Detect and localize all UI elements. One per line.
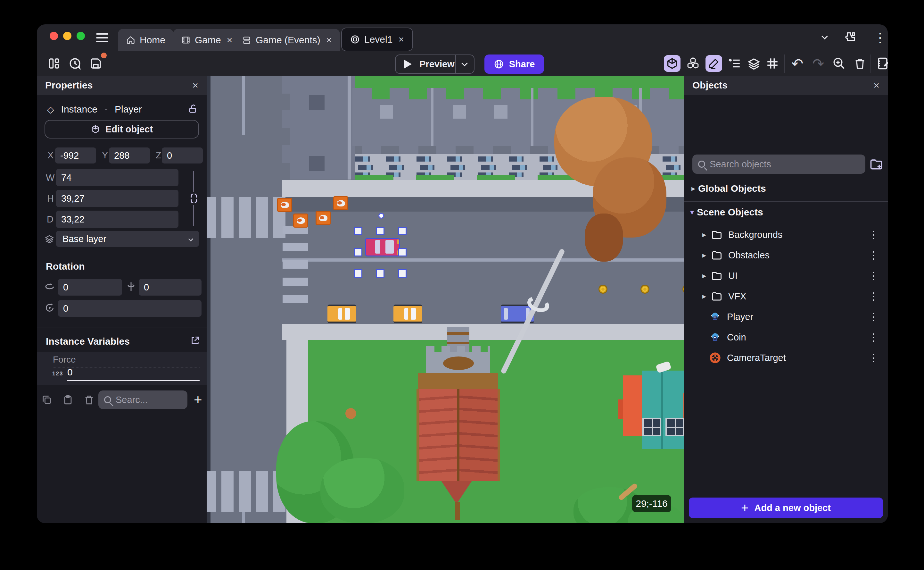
lock-ratio-link-icon[interactable] <box>189 194 198 203</box>
redo-icon[interactable]: ↷ <box>810 55 826 72</box>
tree-folder-obstacles[interactable]: ▸ Obstacles ⋮ <box>684 245 888 265</box>
coin-instance[interactable] <box>640 285 649 294</box>
row-kebab-icon[interactable]: ⋮ <box>869 270 879 282</box>
menu-icon[interactable] <box>96 33 108 42</box>
obstacle-crate[interactable] <box>277 198 292 212</box>
tree[interactable] <box>321 458 404 523</box>
selection-handle[interactable] <box>398 227 406 235</box>
tree-item-cameratarget[interactable]: CameraTarget ⋮ <box>684 348 888 368</box>
objects-cubes-icon[interactable] <box>685 55 701 72</box>
close-objects-icon[interactable]: × <box>874 80 880 91</box>
edit-pencil-toggle-icon[interactable] <box>706 55 722 72</box>
variables-search[interactable] <box>98 391 188 409</box>
tree-folder-ui[interactable]: ▸ UI ⋮ <box>684 265 888 286</box>
unlock-icon[interactable] <box>188 103 198 114</box>
obstacle-crate[interactable] <box>293 213 308 228</box>
obstacle-crate[interactable] <box>333 196 348 210</box>
row-kebab-icon[interactable]: ⋮ <box>869 311 879 323</box>
selection-handle[interactable] <box>354 248 362 256</box>
layout-panels-icon[interactable] <box>46 55 63 72</box>
add-new-object-button[interactable]: + Add a new object <box>689 498 883 518</box>
close-tab-icon[interactable]: × <box>398 34 404 45</box>
house-teal-roof[interactable] <box>642 371 684 449</box>
y-input[interactable] <box>109 147 150 164</box>
car-yellow-instance[interactable] <box>327 305 356 323</box>
zoom-window-button[interactable] <box>76 32 85 40</box>
selection-handle[interactable] <box>354 269 362 277</box>
rotation-x-input[interactable] <box>58 279 122 296</box>
rotation-z-input[interactable] <box>58 300 202 317</box>
close-window-button[interactable] <box>50 32 58 40</box>
extensions-puzzle-icon[interactable] <box>844 31 857 44</box>
obstacle-crate[interactable] <box>316 211 331 225</box>
folder-icon <box>711 229 722 241</box>
edit-object-button[interactable]: Edit object <box>44 120 199 138</box>
variable-name: Force <box>53 355 200 368</box>
group-scene-objects[interactable]: ▾ Scene Objects <box>684 205 888 219</box>
tab-game[interactable]: Game × <box>173 29 241 51</box>
tower-red-roof[interactable] <box>417 389 500 481</box>
selection-handle[interactable] <box>398 248 406 256</box>
3d-view-toggle-icon[interactable] <box>664 55 681 72</box>
selected-player-car-instance[interactable] <box>365 238 400 256</box>
grid-icon[interactable] <box>764 55 781 72</box>
tree-folder-vfx[interactable]: ▸ VFX ⋮ <box>684 286 888 306</box>
tab-game-events[interactable]: Game (Events) × <box>234 29 340 51</box>
rotation-y-input[interactable] <box>139 279 202 296</box>
layer-select[interactable]: Base layer <box>56 231 199 247</box>
objects-search[interactable] <box>692 155 865 174</box>
row-kebab-icon[interactable]: ⋮ <box>869 290 879 302</box>
close-properties-icon[interactable]: × <box>192 80 198 91</box>
variables-search-input[interactable] <box>116 395 182 405</box>
delete-variable-trash-icon[interactable] <box>84 394 95 405</box>
crosswalk-stripe <box>256 197 268 238</box>
history-icon[interactable] <box>67 55 83 72</box>
car-yellow-instance[interactable] <box>393 305 422 323</box>
variable-row[interactable]: Force 123 0 <box>37 352 207 385</box>
d-input[interactable] <box>56 211 179 228</box>
selection-handle[interactable] <box>376 227 385 235</box>
tab-level1[interactable]: Level1 × <box>341 28 413 51</box>
tree-item-player[interactable]: Player ⋮ <box>684 306 888 327</box>
rotation-handle[interactable] <box>379 213 384 219</box>
tree-item-coin[interactable]: Coin ⋮ <box>684 327 888 348</box>
variable-value[interactable]: 0 <box>67 367 200 381</box>
selection-handle[interactable] <box>376 269 385 277</box>
new-folder-icon[interactable] <box>869 157 883 171</box>
open-variables-external-icon[interactable] <box>190 336 200 346</box>
minimize-window-button[interactable] <box>63 32 72 40</box>
layers-icon[interactable] <box>745 55 762 72</box>
window-chevron-down-icon[interactable] <box>822 33 828 40</box>
more-menu-kebab-icon[interactable]: ⋮ <box>874 30 886 45</box>
paste-icon[interactable] <box>63 394 73 405</box>
row-kebab-icon[interactable]: ⋮ <box>869 228 879 241</box>
tab-home[interactable]: Home <box>118 29 174 51</box>
h-input[interactable] <box>56 190 179 207</box>
share-button[interactable]: Share <box>484 55 544 74</box>
autumn-tree[interactable] <box>585 213 623 262</box>
copy-icon[interactable] <box>41 394 52 405</box>
add-variable-plus-icon[interactable]: + <box>194 392 202 408</box>
close-tab-icon[interactable]: × <box>326 35 332 46</box>
coin-instance[interactable] <box>599 285 608 294</box>
scene-properties-edit-icon[interactable] <box>875 55 888 72</box>
close-tab-icon[interactable]: × <box>227 35 233 46</box>
row-kebab-icon[interactable]: ⋮ <box>869 352 879 364</box>
tree-folder-backgrounds[interactable]: ▸ Backgrounds ⋮ <box>684 224 888 245</box>
group-global-objects[interactable]: ▸ Global Objects <box>684 181 888 196</box>
selection-handle[interactable] <box>398 269 406 277</box>
x-input[interactable] <box>55 147 96 164</box>
objects-search-input[interactable] <box>710 159 860 170</box>
zoom-in-icon[interactable] <box>831 55 848 72</box>
preview-button[interactable]: Preview <box>395 55 475 74</box>
scene-editor-canvas[interactable]: 29;-116 <box>207 76 684 523</box>
z-input[interactable] <box>162 147 203 164</box>
undo-icon[interactable]: ↶ <box>789 55 806 72</box>
preview-options-chevron-icon[interactable] <box>461 60 468 66</box>
row-kebab-icon[interactable]: ⋮ <box>869 331 879 343</box>
w-input[interactable] <box>56 169 179 186</box>
trash-icon[interactable] <box>852 55 868 72</box>
row-kebab-icon[interactable]: ⋮ <box>869 249 879 261</box>
selection-handle[interactable] <box>354 227 362 235</box>
instances-list-icon[interactable] <box>726 55 743 72</box>
